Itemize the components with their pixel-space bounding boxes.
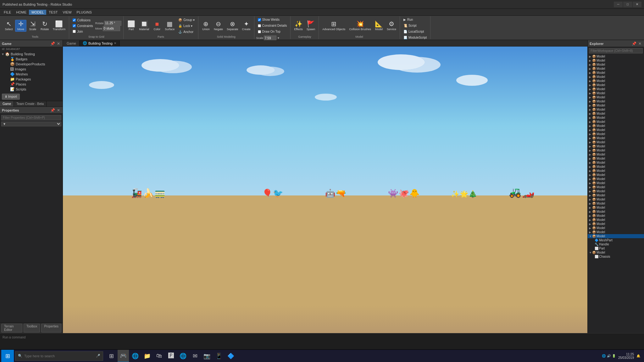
notification-icon[interactable]: 🔔 [636, 354, 640, 358]
command-input[interactable] [3, 336, 641, 339]
explorer-item[interactable]: ▶📦Model [588, 210, 644, 214]
explorer-item[interactable]: ▶📦Model [588, 222, 644, 226]
explorer-item[interactable]: ▶📦Model [588, 144, 644, 148]
explorer-item[interactable]: ▶📦Model [588, 107, 644, 112]
properties-tab[interactable]: Properties [41, 324, 61, 332]
explorer-item[interactable]: ▶📦Model [588, 116, 644, 120]
script-button[interactable]: 📜 Script [402, 23, 418, 28]
minimize-button[interactable]: ─ [614, 2, 623, 7]
viewport[interactable]: 🚂🍌🚃 🎈🐦 🤖🔫 👾🐙🐥 ✨🌟🎄 🚜🏎️ [63, 47, 587, 333]
import-button[interactable]: ⬇ Import [2, 94, 20, 100]
tree-packages[interactable]: 📁 Packages [0, 77, 63, 82]
battery-icon[interactable]: 🔋 [612, 354, 616, 358]
constraints-checkbox[interactable] [73, 24, 76, 27]
collision-brushes-button[interactable]: 💥 Collision Brushes [347, 20, 373, 32]
chrome-taskbar[interactable]: 🌐 [130, 350, 141, 362]
move-button[interactable]: ✛ Move [15, 20, 26, 32]
explorer-item[interactable]: ▶📦Model [588, 120, 644, 124]
explorer-item[interactable]: ▶📦Model [588, 148, 644, 152]
roblox-studio-taskbar[interactable]: 🎮 [118, 350, 129, 362]
viewport-tab-close[interactable]: ✕ [114, 41, 116, 45]
group-button[interactable]: 📦 Group ▾ [177, 17, 196, 23]
explorer-item[interactable]: ▶📦Model [588, 173, 644, 177]
constraint-details-checkbox[interactable] [258, 24, 261, 27]
tree-scripts[interactable]: 📝 Scripts [0, 87, 63, 92]
explorer-item[interactable]: ▶📦Model [588, 103, 644, 107]
explorer-item[interactable]: ▶📦Model [588, 193, 644, 197]
maximize-button[interactable]: □ [623, 2, 632, 7]
close-button[interactable]: ✕ [633, 2, 641, 7]
network-icon[interactable]: 🌐 [602, 354, 606, 358]
explorer-item[interactable]: ▶📦Model [588, 152, 644, 156]
app-10-taskbar[interactable]: 🔷 [225, 350, 236, 362]
files-taskbar[interactable]: 📁 [142, 350, 153, 362]
collisions-checkbox[interactable] [73, 19, 76, 22]
props-close[interactable]: ✕ [56, 108, 61, 112]
service-button[interactable]: ⚙ Service [385, 20, 398, 32]
create-button[interactable]: ✦ Create [241, 20, 252, 32]
menu-home[interactable]: HOME [14, 10, 29, 15]
explorer-item[interactable]: ▶📦Model [588, 136, 644, 140]
explorer-item[interactable]: ▶📦Model [588, 189, 644, 193]
draw-on-top-toggle[interactable]: Draw On Top [256, 29, 282, 34]
game-viewport-tab[interactable]: Game [64, 41, 80, 46]
start-button[interactable]: ⊞ [1, 350, 14, 362]
explorer-handle[interactable]: 🔧Handle [588, 242, 644, 246]
explorer-item[interactable]: ▶📦Model [588, 230, 644, 234]
join-checkbox[interactable] [73, 30, 76, 33]
explorer-item[interactable]: ▶📦Model [588, 169, 644, 173]
anchor-button[interactable]: ⚓ Anchor [177, 29, 196, 35]
transform-button[interactable]: ⬜ Transform [51, 20, 67, 32]
team-create-tab[interactable]: Team Create - Beta [14, 101, 47, 107]
explorer-item[interactable]: ▶📦Model [588, 128, 644, 132]
explorer-item-2[interactable]: ▼📦Model [588, 250, 644, 255]
explorer-item[interactable]: ▶📦Model [588, 140, 644, 144]
tree-developer-products[interactable]: 📦 DeveloperProducts [0, 62, 63, 67]
tree-badges[interactable]: 🏅 Badges [0, 57, 63, 62]
props-dropdown[interactable]: ▼ [1, 122, 61, 126]
spawn-button[interactable]: 🚩 Spawn [305, 20, 317, 32]
menu-test[interactable]: TEST [46, 10, 60, 15]
select-button[interactable]: ↖ Select [3, 20, 14, 32]
explorer-item[interactable]: ▶📦Model [588, 226, 644, 230]
explorer-item[interactable]: ▶📦Model [588, 95, 644, 99]
explorer-item[interactable]: ▶📦Model [588, 177, 644, 181]
show-welds-toggle[interactable]: Show Welds [256, 17, 281, 22]
clock[interactable]: 11:25 25/03/2019 [618, 353, 634, 359]
explorer-item[interactable]: ▶📦Model [588, 201, 644, 206]
tree-images[interactable]: 🖼 Images [0, 67, 63, 72]
negate-button[interactable]: ⊖ Negate [212, 20, 225, 32]
module-script-button[interactable]: 📃 ModuleScript [402, 35, 428, 40]
explorer-item[interactable]: ▶📦Model [588, 206, 644, 210]
constraint-scale-input[interactable] [264, 36, 276, 41]
explorer-item[interactable]: ▶📦Model [588, 112, 644, 116]
explorer-item[interactable]: ▶📦Model [588, 75, 644, 79]
move-value-input[interactable] [103, 26, 120, 31]
run-button[interactable]: ▶ Run [402, 17, 414, 22]
search-input[interactable] [24, 354, 94, 358]
explorer-close[interactable]: ✕ [638, 41, 642, 46]
game-panel-pin[interactable]: 📌 [50, 41, 56, 46]
store-taskbar[interactable]: 🛍 [153, 350, 165, 362]
game-tab[interactable]: Game [0, 101, 14, 107]
edge-taskbar[interactable]: 🌐 [177, 350, 189, 362]
lock-button[interactable]: 🔒 Lock ▾ [177, 23, 196, 29]
tree-places[interactable]: 📌 Places [0, 82, 63, 87]
explorer-chassis[interactable]: ⬜Chassis [588, 255, 644, 259]
explorer-item[interactable]: ▶📦Model [588, 71, 644, 75]
explorer-item[interactable]: ▶📦Model [588, 218, 644, 222]
explorer-item[interactable]: ▶📦Model [588, 79, 644, 83]
props-filter[interactable] [1, 115, 61, 120]
props-pin[interactable]: 📌 [50, 108, 56, 112]
explorer-item[interactable]: ▶📦Model [588, 58, 644, 63]
explorer-item[interactable]: ▶📦Model [588, 63, 644, 67]
explorer-item[interactable]: ▶📦Model [588, 165, 644, 169]
rotate-button[interactable]: ↻ Rotate [39, 20, 51, 32]
explorer-item[interactable]: ▶📦Model [588, 181, 644, 185]
draw-on-top-checkbox[interactable] [258, 30, 261, 33]
explorer-item[interactable]: ▶📦Model [588, 99, 644, 103]
mail-taskbar[interactable]: ✉ [189, 350, 201, 362]
explorer-item[interactable]: ▶📦Model [588, 156, 644, 161]
game-panel-close[interactable]: ✕ [56, 41, 61, 46]
volume-icon[interactable]: 🔊 [607, 354, 611, 358]
